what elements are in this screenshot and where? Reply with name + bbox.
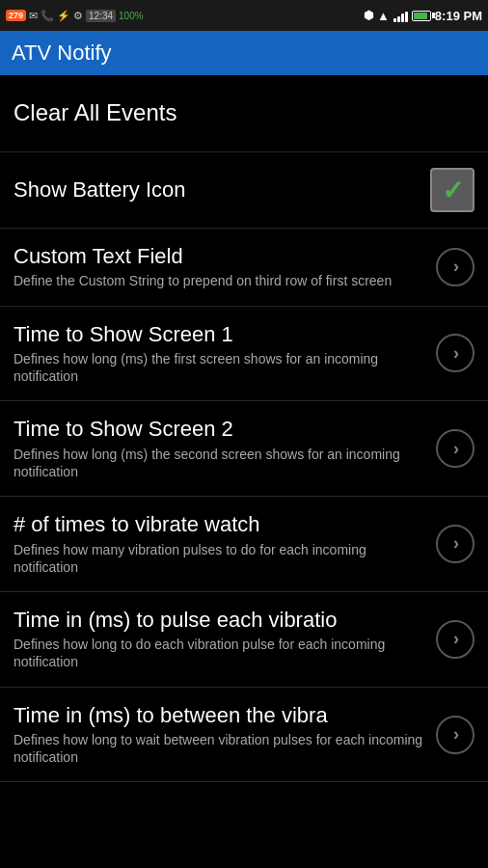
email-icon: ✉ (29, 10, 38, 22)
menu-item-text-custom: Custom Text Field Define the Custom Stri… (14, 244, 436, 290)
menu-item-subtitle-interval: Defines how long to wait between vibrati… (14, 731, 426, 766)
menu-item-title-clear: Clear All Events (14, 99, 465, 127)
menu-item-clear-all-events[interactable]: Clear All Events (0, 75, 488, 152)
flash-icon: ⚡ (57, 10, 70, 22)
chevron-right-icon-3: › (453, 439, 459, 459)
chevron-right-icon: › (453, 257, 459, 277)
menu-item-time-show-screen-2[interactable]: Time to Show Screen 2 Defines how long (… (0, 401, 488, 497)
menu-item-title-interval: Time in (ms) to between the vibra (14, 703, 426, 728)
clock-icon: 12:34 (86, 10, 116, 22)
menu-item-text-pulse: Time in (ms) to pulse each vibratio Defi… (14, 608, 436, 671)
menu-item-show-battery-icon[interactable]: Show Battery Icon ✓ (0, 152, 488, 229)
content-area: Clear All Events Show Battery Icon ✓ Cus… (0, 75, 488, 782)
status-bar: 279 ✉ 📞 ⚡ ⚙ 12:34 100% ⬢ ▲ 8:19 PM (0, 0, 488, 31)
app-title: ATV Notify (12, 41, 112, 66)
menu-item-custom-text-field[interactable]: Custom Text Field Define the Custom Stri… (0, 229, 488, 307)
app-bar: ATV Notify (0, 31, 488, 75)
signal-bar-2 (397, 16, 400, 22)
menu-item-pulse-interval[interactable]: Time in (ms) to between the vibra Define… (0, 688, 488, 783)
wifi-icon: ▲ (377, 9, 390, 23)
menu-item-title-screen2: Time to Show Screen 2 (14, 417, 426, 442)
status-icons-right: ⬢ ▲ 8:19 PM (364, 9, 482, 23)
menu-item-subtitle-screen2: Defines how long (ms) the second screen … (14, 446, 426, 480)
menu-item-text-screen2: Time to Show Screen 2 Defines how long (… (14, 417, 436, 480)
menu-item-time-show-screen-1[interactable]: Time to Show Screen 1 Defines how long (… (0, 307, 488, 402)
menu-item-title-custom: Custom Text Field (14, 244, 426, 269)
chevron-right-icon-6: › (453, 724, 459, 745)
menu-item-title-pulse: Time in (ms) to pulse each vibratio (14, 608, 426, 633)
menu-item-title-vibrate: # of times to vibrate watch (14, 512, 426, 537)
bluetooth-icon: ⬢ (364, 9, 373, 22)
menu-item-subtitle-pulse: Defines how long to do each vibration pu… (14, 636, 426, 670)
menu-item-title-screen1: Time to Show Screen 1 (14, 322, 426, 347)
menu-item-text-clear: Clear All Events (14, 99, 474, 127)
custom-text-chevron[interactable]: › (436, 248, 474, 286)
screen1-chevron[interactable]: › (436, 334, 474, 372)
time-display: 8:19 PM (435, 9, 482, 23)
menu-item-title-battery: Show Battery Icon (14, 177, 420, 203)
battery-icon-checkbox[interactable]: ✓ (430, 168, 474, 212)
signal-bar-1 (393, 18, 396, 22)
menu-item-vibrate-times[interactable]: # of times to vibrate watch Defines how … (0, 497, 488, 592)
battery-status-icon: 100% (119, 11, 144, 21)
signal-bar-4 (405, 12, 408, 22)
menu-item-subtitle-vibrate: Defines how many vibration pulses to do … (14, 541, 426, 576)
menu-item-text-interval: Time in (ms) to between the vibra Define… (14, 703, 436, 767)
menu-item-subtitle-screen1: Defines how long (ms) the first screen s… (14, 350, 426, 385)
menu-item-text-vibrate: # of times to vibrate watch Defines how … (14, 512, 436, 576)
menu-item-subtitle-custom: Define the Custom String to prepend on t… (14, 272, 426, 289)
battery-icon (412, 11, 431, 21)
signal-bar-3 (401, 14, 404, 22)
usb-icon: ⚙ (73, 10, 83, 22)
phone-icon: 📞 (41, 10, 54, 22)
chevron-right-icon-2: › (453, 343, 459, 364)
signal-bars (393, 9, 408, 22)
menu-item-text-battery: Show Battery Icon (14, 177, 430, 203)
chevron-right-icon-5: › (453, 629, 459, 649)
battery-fill (414, 13, 427, 19)
chevron-right-icon-4: › (453, 533, 459, 554)
vibrate-chevron[interactable]: › (436, 525, 474, 563)
menu-item-text-screen1: Time to Show Screen 1 Defines how long (… (14, 322, 436, 386)
pulse-chevron[interactable]: › (436, 620, 474, 659)
notification-badge: 279 (6, 10, 26, 21)
interval-chevron[interactable]: › (436, 716, 474, 754)
menu-item-pulse-duration[interactable]: Time in (ms) to pulse each vibratio Defi… (0, 592, 488, 688)
checkmark-icon: ✓ (442, 175, 464, 206)
status-icons-left: 279 ✉ 📞 ⚡ ⚙ 12:34 100% (6, 10, 144, 22)
screen2-chevron[interactable]: › (436, 429, 474, 468)
